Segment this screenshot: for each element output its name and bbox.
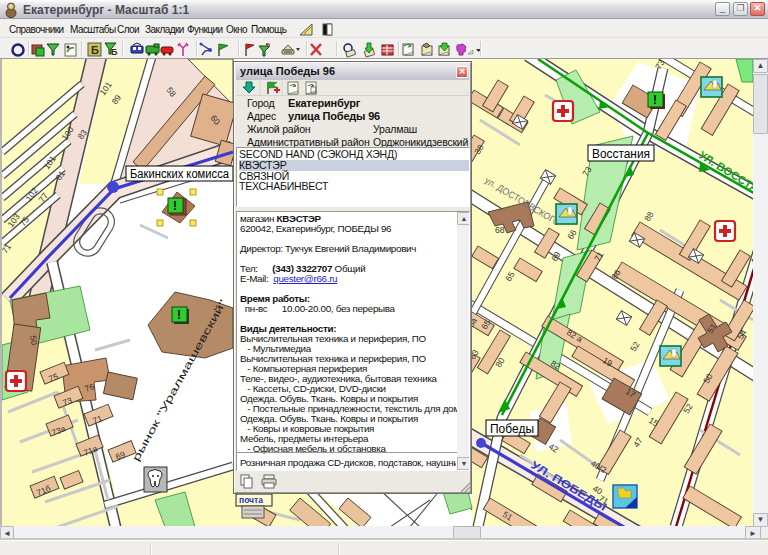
svg-text:!: ! xyxy=(177,308,181,322)
svg-text:Б: Б xyxy=(91,44,99,56)
svg-text:50: 50 xyxy=(28,335,40,346)
svg-text:!: ! xyxy=(173,199,177,213)
svg-text:почта: почта xyxy=(239,495,263,505)
svg-text:Восстания: Восстания xyxy=(592,147,650,161)
svg-text:Б: Б xyxy=(111,47,118,57)
svg-text:Бакинских комисса: Бакинских комисса xyxy=(130,167,229,181)
svg-text:Победы: Победы xyxy=(490,422,534,436)
svg-text:68: 68 xyxy=(495,225,505,235)
svg-text:!: ! xyxy=(653,93,657,107)
